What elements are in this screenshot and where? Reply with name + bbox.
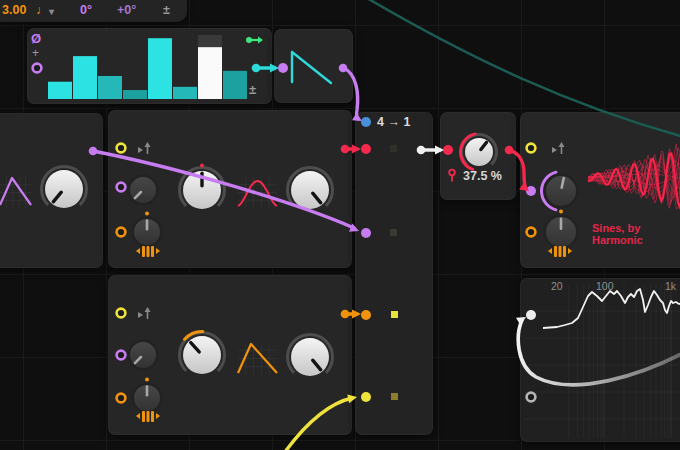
polarity-toggle[interactable]: ± [163, 3, 170, 17]
mixer-label: 4 → 1 [377, 115, 410, 129]
phase-offset-value[interactable]: +0° [117, 3, 136, 17]
mixer-module[interactable] [355, 112, 433, 435]
tempo-value[interactable]: 3.00 [2, 3, 26, 17]
module-inspector-toolbar[interactable]: 3.00 ♩ ▾ 0° +0° ± [0, 0, 187, 22]
wavetable-caption[interactable]: Sines, by Harmonic [592, 222, 680, 246]
add-icon[interactable]: + [32, 46, 39, 60]
steps-polarity-toggle[interactable]: ± [249, 82, 256, 97]
spectrum-tick-20: 20 [551, 280, 563, 292]
phase-value[interactable]: 0° [80, 3, 92, 17]
grid-editor-canvas[interactable]: 3.00 ♩ ▾ 0° +0° ± Ø + ± Ø Reverse e Fold… [0, 0, 680, 450]
reverse-module[interactable] [274, 29, 353, 103]
steps-module[interactable] [27, 28, 272, 104]
note-icon[interactable]: ♩ [36, 3, 49, 17]
spectrum-tick-100: 100 [596, 280, 614, 292]
left-oscillator-module[interactable] [0, 113, 103, 268]
spectrum-tick-1k: 1k [665, 280, 676, 292]
chevron-down-icon[interactable]: ▾ [49, 6, 54, 17]
velo-mult-module[interactable] [440, 112, 516, 200]
phase-input-icon: Ø [31, 31, 41, 46]
triangle-module[interactable] [108, 275, 352, 435]
sine-module[interactable] [108, 110, 352, 268]
velo-value[interactable]: 37.5 % [463, 169, 502, 183]
spectrum-module[interactable] [520, 278, 680, 442]
